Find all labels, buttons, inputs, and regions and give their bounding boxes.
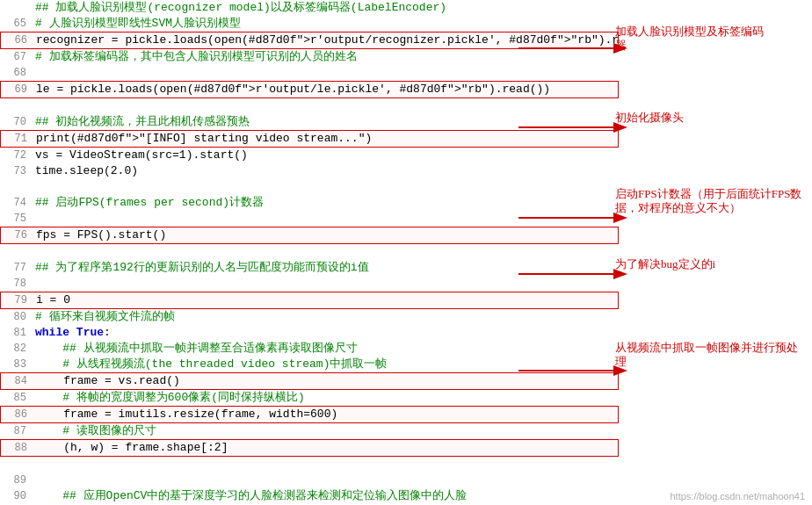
code-line: 79i = 0 [1, 292, 618, 308]
line-content: print(#d87d0f">"[INFO] starting video st… [34, 131, 618, 147]
code-line: 70## 初始化视频流，并且此相机传感器预热 [0, 114, 619, 130]
line-number: 82 [0, 341, 33, 357]
code-line: 84 frame = vs.read() [1, 373, 618, 389]
line-number: 75 [0, 211, 33, 227]
code-line: 86 frame = imutils.resize(frame, width=6… [1, 407, 618, 422]
line-content: fps = FPS().start() [34, 227, 618, 243]
line-content: frame = imutils.resize(frame, width=600) [34, 407, 618, 422]
line-number: 85 [0, 390, 33, 406]
code-editor: ## 加载人脸识别模型(recognizer model)以及标签编码器(Lab… [0, 0, 619, 505]
highlight-group: 71print(#d87d0f">"[INFO] starting video … [0, 130, 619, 148]
line-content: (h, w) = frame.shape[:2] [34, 440, 618, 456]
line-number: 65 [0, 16, 33, 32]
line-number: 90 [0, 488, 33, 504]
line-content: ## 初始化视频流，并且此相机传感器预热 [33, 114, 619, 130]
line-content: while True: [33, 325, 619, 341]
line-number: 69 [1, 82, 34, 97]
line-number: 80 [0, 309, 33, 325]
line-content: frame = vs.read() [34, 373, 618, 389]
line-content: ## 加载人脸识别模型(recognizer model)以及标签编码器(Lab… [33, 0, 619, 16]
line-number: 81 [0, 325, 33, 341]
code-line: 82 ## 从视频流中抓取一帧并调整至合适像素再读取图像尺寸 [0, 341, 619, 357]
line-number: 86 [1, 407, 34, 422]
highlight-group: 84 frame = vs.read() [0, 372, 619, 390]
code-line: 87 # 读取图像的尺寸 [0, 423, 619, 439]
code-line: 90 ## 应用OpenCV中的基于深度学习的人脸检测器来检测和定位输入图像中的… [0, 488, 619, 504]
line-content: le = pickle.loads(open(#d87d0f">r'output… [34, 82, 618, 97]
line-content: vs = VideoStream(src=1).start() [33, 148, 619, 163]
code-line: 72vs = VideoStream(src=1).start() [0, 148, 619, 163]
line-content: ## 为了程序第192行的更新识别的人名与匹配度功能而预设的i值 [33, 260, 619, 276]
code-line: 66recognizer = pickle.loads(open(#d87d0f… [1, 32, 618, 48]
code-line [0, 457, 619, 473]
highlight-group: 88 (h, w) = frame.shape[:2] [0, 439, 619, 457]
code-line [0, 244, 619, 260]
line-number: 87 [0, 423, 33, 439]
code-line: 71print(#d87d0f">"[INFO] starting video … [1, 131, 618, 147]
line-content: recognizer = pickle.loads(open(#d87d0f">… [34, 32, 619, 48]
line-number: 79 [1, 292, 34, 308]
line-number: 66 [1, 32, 34, 48]
line-content: # 读取图像的尺寸 [33, 423, 619, 439]
code-line: 85 # 将帧的宽度调整为600像素(同时保持纵横比) [0, 390, 619, 406]
code-line: 76fps = FPS().start() [1, 227, 618, 243]
code-line: 67# 加载标签编码器，其中包含人脸识别模型可识别的人员的姓名 [0, 49, 619, 65]
line-content: # 加载标签编码器，其中包含人脸识别模型可识别的人员的姓名 [33, 49, 619, 65]
line-number: 73 [0, 163, 33, 179]
code-line [0, 179, 619, 195]
code-line: 89 [0, 473, 619, 488]
line-number: 76 [1, 227, 34, 243]
line-content: ## 从视频流中抓取一帧并调整至合适像素再读取图像尺寸 [33, 341, 619, 357]
code-line: 88 (h, w) = frame.shape[:2] [1, 440, 618, 456]
highlight-group: 86 frame = imutils.resize(frame, width=6… [0, 406, 619, 423]
line-number: 88 [1, 440, 34, 456]
code-line: 81while True: [0, 325, 619, 341]
line-number: 72 [0, 148, 33, 163]
watermark: https://blog.csdn.net/mahoon41 [671, 491, 806, 501]
code-line: 75 [0, 211, 619, 227]
highlight-group: 66recognizer = pickle.loads(open(#d87d0f… [0, 32, 619, 49]
line-number: 83 [0, 357, 33, 372]
highlight-group: 76fps = FPS().start() [0, 227, 619, 244]
code-line: 69le = pickle.loads(open(#d87d0f">r'outp… [1, 82, 618, 97]
line-number: 77 [0, 260, 33, 276]
line-content: # 人脸识别模型即线性SVM人脸识别模型 [33, 16, 619, 32]
line-content: ## 启动FPS(frames per second)计数器 [33, 195, 619, 211]
line-content: # 从线程视频流(the threaded video stream)中抓取一帧 [33, 357, 619, 372]
code-line: 80# 循环来自视频文件流的帧 [0, 309, 619, 325]
line-number: 89 [0, 473, 33, 488]
code-line [0, 98, 619, 114]
line-content: i = 0 [34, 292, 618, 308]
code-line: 73time.sleep(2.0) [0, 163, 619, 179]
line-number: 71 [1, 131, 34, 147]
highlight-group: 79i = 0 [0, 292, 619, 309]
line-number: 78 [0, 276, 33, 292]
line-content: # 将帧的宽度调整为600像素(同时保持纵横比) [33, 390, 619, 406]
code-line: ## 加载人脸识别模型(recognizer model)以及标签编码器(Lab… [0, 0, 619, 16]
annotation-panel [619, 0, 812, 505]
line-content: # 循环来自视频文件流的帧 [33, 309, 619, 325]
code-line: 78 [0, 276, 619, 292]
code-line: 83 # 从线程视频流(the threaded video stream)中抓… [0, 357, 619, 372]
line-number: 84 [1, 373, 34, 389]
code-line: 65# 人脸识别模型即线性SVM人脸识别模型 [0, 16, 619, 32]
line-number: 68 [0, 65, 33, 81]
highlight-group: 69le = pickle.loads(open(#d87d0f">r'outp… [0, 81, 619, 98]
code-line: 77## 为了程序第192行的更新识别的人名与匹配度功能而预设的i值 [0, 260, 619, 276]
line-number: 70 [0, 114, 33, 130]
code-line: 68 [0, 65, 619, 81]
main-container: ## 加载人脸识别模型(recognizer model)以及标签编码器(Lab… [0, 0, 812, 505]
line-content: ## 应用OpenCV中的基于深度学习的人脸检测器来检测和定位输入图像中的人脸 [33, 488, 619, 504]
line-number: 74 [0, 195, 33, 211]
line-content: time.sleep(2.0) [33, 163, 619, 179]
line-number: 67 [0, 49, 33, 65]
code-line: 74## 启动FPS(frames per second)计数器 [0, 195, 619, 211]
